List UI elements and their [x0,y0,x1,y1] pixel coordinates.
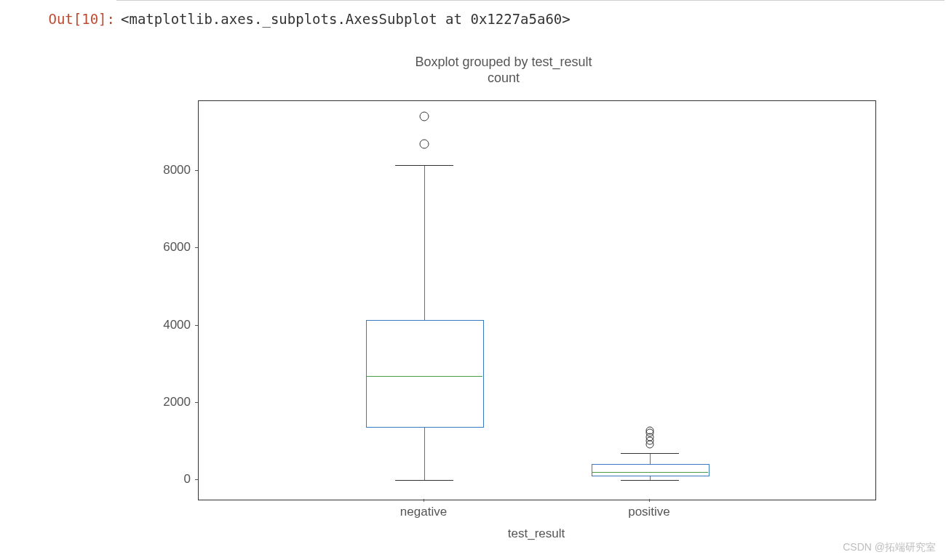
figure-suptitle: Boxplot grouped by test_result [118,54,889,70]
ytick-label: 4000 [118,318,191,332]
ytick-mark [195,247,198,248]
box-whisker [650,453,651,464]
ytick-mark [195,325,198,326]
out-prompt: Out[10]: [29,11,115,27]
box-body [366,320,484,428]
box-cap [621,480,679,481]
box-body [592,464,710,476]
box-flier [646,427,654,435]
axes-frame [198,100,876,500]
xtick-mark [424,499,424,502]
box-cap [395,165,453,166]
ytick-mark [195,170,198,171]
box-median [366,376,482,377]
watermark: CSDN @拓端研究室 [843,541,936,554]
axes-title: count [118,70,889,86]
boxplot-figure: Boxplot grouped by test_result count 020… [118,54,889,548]
ytick-label: 2000 [118,395,191,409]
xtick-mark [649,499,650,502]
ytick-label: 0 [118,472,191,487]
ytick-mark [195,402,198,403]
box-cap [621,453,679,454]
box-flier [420,139,429,148]
ytick-mark [195,479,198,480]
ytick-label: 8000 [118,163,191,177]
output-row: Out[10]: <matplotlib.axes._subplots.Axes… [0,1,946,27]
out-repr: <matplotlib.axes._subplots.AxesSubplot a… [115,11,571,27]
box-median [592,472,708,473]
x-axis-label: test_result [508,527,565,541]
ytick-label: 6000 [118,240,191,255]
box-flier [420,112,429,121]
box-whisker [424,165,425,320]
box-cap [395,480,453,481]
box-whisker [424,426,425,480]
xtick-label: negative [400,505,447,519]
xtick-label: positive [628,505,670,519]
